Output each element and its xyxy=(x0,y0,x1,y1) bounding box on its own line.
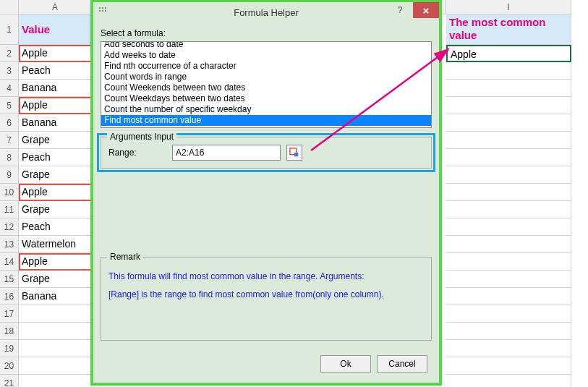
formula-item[interactable]: Add weeks to date xyxy=(101,50,431,61)
arguments-legend: Arguments Input xyxy=(107,132,176,142)
cell-I4[interactable] xyxy=(446,80,571,97)
col-header-A[interactable]: A xyxy=(19,0,92,14)
cell-A16[interactable]: Banana xyxy=(19,288,92,305)
row-header[interactable]: 18 xyxy=(0,323,19,340)
cell-A19[interactable] xyxy=(19,340,92,357)
cell-I10[interactable] xyxy=(446,184,571,201)
cell-I13[interactable] xyxy=(446,236,571,253)
remark-text-2: [Range] is the range to find most common… xyxy=(108,289,424,301)
row-header[interactable]: 8 xyxy=(0,149,19,166)
cell-A9[interactable]: Grape xyxy=(19,166,92,184)
cell-I20[interactable] xyxy=(446,357,571,375)
cell-I5[interactable] xyxy=(446,97,571,114)
col-header-I[interactable]: I xyxy=(446,0,571,14)
cell-I7[interactable] xyxy=(446,132,571,149)
cell-I6[interactable] xyxy=(446,114,571,132)
close-button[interactable]: × xyxy=(413,2,439,18)
row-header[interactable]: 3 xyxy=(0,62,19,80)
cell-A12[interactable]: Peach xyxy=(19,218,92,236)
remark-legend: Remark xyxy=(107,252,143,262)
row-header[interactable]: 2 xyxy=(0,45,19,62)
cell-A10[interactable]: Apple xyxy=(19,184,92,201)
formula-item[interactable]: Count the number of specific weekday xyxy=(101,104,431,115)
row-header[interactable]: 15 xyxy=(0,271,19,288)
cancel-button[interactable]: Cancel xyxy=(377,355,427,373)
row-header[interactable]: 21 xyxy=(0,375,19,387)
range-input[interactable] xyxy=(172,145,281,161)
row-header[interactable]: 9 xyxy=(0,166,19,184)
cell-I9[interactable] xyxy=(446,166,571,184)
select-formula-label: Select a formula: xyxy=(101,28,432,38)
cell-A7[interactable]: Grape xyxy=(19,132,92,149)
header-cell-I[interactable]: The most common value xyxy=(446,14,571,45)
cell-I14[interactable] xyxy=(446,253,571,271)
row-header[interactable]: 20 xyxy=(0,357,19,375)
row-header[interactable]: 10 xyxy=(0,184,19,201)
formula-item[interactable]: Find nth occurrence of a character xyxy=(101,61,431,72)
cell-A18[interactable] xyxy=(19,323,92,340)
cell-I11[interactable] xyxy=(446,201,571,218)
row-header[interactable]: 1 xyxy=(0,14,19,45)
formula-item[interactable]: Count Weekends between two dates xyxy=(101,82,431,93)
row-header[interactable]: 17 xyxy=(0,305,19,323)
svg-rect-1 xyxy=(294,153,298,156)
cell-A13[interactable]: Watermelon xyxy=(19,236,92,253)
cell-I8[interactable] xyxy=(446,149,571,166)
row-header[interactable]: 5 xyxy=(0,97,19,114)
row-header[interactable]: 14 xyxy=(0,253,19,271)
cell-I3[interactable] xyxy=(446,62,571,80)
dialog-title: Formula Helper xyxy=(234,7,299,18)
cell-A20[interactable] xyxy=(19,357,92,375)
formula-item[interactable]: Find most common value xyxy=(101,115,431,126)
cell-I2[interactable]: Apple xyxy=(446,45,571,62)
cell-A21[interactable] xyxy=(19,375,92,387)
help-button[interactable]: ? xyxy=(387,2,413,18)
formula-item[interactable]: Count words in range xyxy=(101,72,431,82)
cell-A17[interactable] xyxy=(19,305,92,323)
row-header[interactable]: 6 xyxy=(0,114,19,132)
ok-button[interactable]: Ok xyxy=(320,355,371,373)
row-header[interactable]: 11 xyxy=(0,201,19,218)
row-header[interactable]: 12 xyxy=(0,218,19,236)
cell-I18[interactable] xyxy=(446,323,571,340)
range-label: Range: xyxy=(108,148,166,158)
cell-A8[interactable]: Peach xyxy=(19,149,92,166)
cell-I17[interactable] xyxy=(446,305,571,323)
cell-A15[interactable]: Grape xyxy=(19,271,92,288)
row-header[interactable]: 19 xyxy=(0,340,19,357)
row-header[interactable]: 13 xyxy=(0,236,19,253)
cell-I21[interactable] xyxy=(446,375,571,387)
select-all-corner[interactable] xyxy=(0,0,19,14)
formula-item[interactable]: Count Weekdays between two dates xyxy=(101,93,431,104)
header-cell-A[interactable]: Value xyxy=(19,14,92,45)
range-select-icon xyxy=(289,148,299,158)
cell-I19[interactable] xyxy=(446,340,571,357)
cell-A6[interactable]: Banana xyxy=(19,114,92,132)
cell-A14[interactable]: Apple xyxy=(19,253,92,271)
cell-A3[interactable]: Peach xyxy=(19,62,92,80)
cell-A5[interactable]: Apple xyxy=(19,97,92,114)
cell-A11[interactable]: Grape xyxy=(19,201,92,218)
cell-I16[interactable] xyxy=(446,288,571,305)
remark-text-1: This formula will find most common value… xyxy=(108,271,424,283)
formula-listbox[interactable]: Add minutes to dateAdd seconds to dateAd… xyxy=(101,41,432,128)
cell-A2[interactable]: Apple xyxy=(19,45,92,62)
cell-A4[interactable]: Banana xyxy=(19,80,92,97)
formula-item[interactable]: Add seconds to date xyxy=(101,41,431,50)
range-picker-button[interactable] xyxy=(286,145,302,161)
row-header[interactable]: 4 xyxy=(0,80,19,97)
cell-I15[interactable] xyxy=(446,271,571,288)
arguments-fieldset: Arguments Input Range: xyxy=(101,137,432,169)
row-header[interactable]: 16 xyxy=(0,288,19,305)
dialog-titlebar[interactable]: Formula Helper ? × xyxy=(93,2,439,22)
cell-I12[interactable] xyxy=(446,218,571,236)
row-header[interactable]: 7 xyxy=(0,132,19,149)
remark-fieldset: Remark This formula will find most commo… xyxy=(101,257,432,341)
drag-handle-icon xyxy=(99,7,109,17)
formula-helper-dialog: Formula Helper ? × Select a formula: Add… xyxy=(93,1,440,383)
